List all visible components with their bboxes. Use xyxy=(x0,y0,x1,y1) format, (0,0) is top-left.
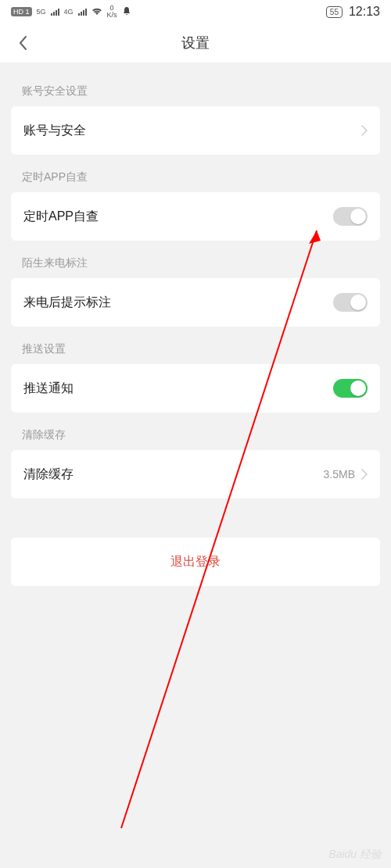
toggle-knob xyxy=(350,380,366,396)
toggle-push[interactable] xyxy=(333,379,368,398)
logout-label: 退出登录 xyxy=(170,554,221,570)
row-cache[interactable]: 清除缓存 3.5MB xyxy=(23,450,368,498)
watermark: Baidu 经验 xyxy=(328,848,382,862)
row-label-account: 账号与安全 xyxy=(23,123,86,139)
network-2-label: 4G xyxy=(64,8,74,16)
row-caller-id: 来电后提示标注 xyxy=(23,278,368,327)
row-label-push: 推送通知 xyxy=(23,380,74,397)
row-label-appcheck: 定时APP自查 xyxy=(23,209,99,225)
logout-button[interactable]: 退出登录 xyxy=(11,538,380,586)
card-account-security: 账号与安全 xyxy=(11,106,380,155)
status-left: HD 1 5G 4G 0 K/s xyxy=(11,5,131,19)
toggle-knob xyxy=(350,209,366,224)
section-header-account: 账号安全设置 xyxy=(0,63,391,106)
net-speed: 0 K/s xyxy=(107,5,117,19)
row-label-caller: 来电后提示标注 xyxy=(23,295,111,311)
section-header-appcheck: 定时APP自查 xyxy=(0,155,391,192)
toggle-knob xyxy=(350,295,366,310)
status-right: 55 12:13 xyxy=(326,5,380,19)
chevron-right-icon xyxy=(361,469,368,480)
clock-time: 12:13 xyxy=(349,5,380,19)
status-bar: HD 1 5G 4G 0 K/s 55 12:13 xyxy=(0,0,391,23)
page-title: 设置 xyxy=(181,34,210,52)
card-push: 推送通知 xyxy=(11,364,380,413)
card-caller-id: 来电后提示标注 xyxy=(11,278,380,327)
wifi-icon xyxy=(91,6,102,18)
row-push: 推送通知 xyxy=(23,364,368,413)
chevron-right-icon xyxy=(361,125,368,136)
section-header-push: 推送设置 xyxy=(0,327,391,364)
back-button[interactable] xyxy=(11,31,34,55)
section-header-caller: 陌生来电标注 xyxy=(0,241,391,278)
toggle-caller-id[interactable] xyxy=(333,293,368,312)
row-app-check: 定时APP自查 xyxy=(23,192,368,241)
chevron-left-icon xyxy=(18,35,27,51)
card-cache: 清除缓存 3.5MB xyxy=(11,450,380,498)
row-account-security[interactable]: 账号与安全 xyxy=(23,106,368,155)
bell-icon xyxy=(122,6,131,18)
header-bar: 设置 xyxy=(0,23,391,63)
section-header-cache: 清除缓存 xyxy=(0,413,391,450)
row-label-cache: 清除缓存 xyxy=(23,466,74,483)
signal-bars-2-icon xyxy=(78,9,87,16)
hd-badge: HD 1 xyxy=(11,7,32,16)
card-app-check: 定时APP自查 xyxy=(11,192,380,241)
cache-size-value: 3.5MB xyxy=(324,468,355,480)
signal-bars-1-icon xyxy=(51,9,59,16)
battery-icon: 55 xyxy=(326,6,343,18)
toggle-app-check[interactable] xyxy=(333,207,368,226)
network-1-label: 5G xyxy=(37,8,46,16)
